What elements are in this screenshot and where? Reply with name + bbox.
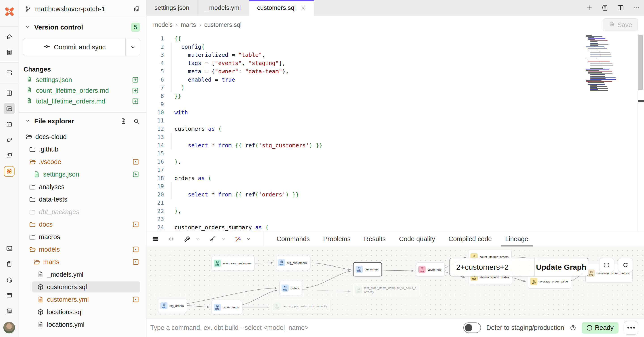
folder-open-icon [28,246,36,253]
chevron-down-icon[interactable] [244,231,253,247]
panel-tab-results[interactable]: Results [357,231,392,247]
help-icon[interactable] [570,324,576,331]
editor-tab-settings.json[interactable]: settings.json [146,0,198,16]
tree-item-.vscode[interactable]: .vscode [18,156,146,168]
changed-file-row[interactable]: count_lifetime_orders.md [18,85,146,96]
tree-item-customers.sql[interactable]: customers.sql [18,281,146,293]
lineage-node-test_supply_costs_sum_correctly[interactable]: TSTtest_supply_costs_sum_correctly [271,299,330,313]
lineage-node-order_items[interactable]: MDLorder_items [212,300,242,315]
command-input[interactable]: Type a command, ex. dbt build --select <… [150,324,308,332]
changed-file-row[interactable]: settings.json [18,74,146,85]
fullscreen-button[interactable] [599,258,614,272]
new-file-icon[interactable] [120,118,127,125]
commit-options-caret[interactable] [126,38,140,56]
breadcrumb-item-customers.sql[interactable]: customers.sql [204,21,242,28]
lineage-node-stg_orders[interactable]: MDLstg_orders [158,299,187,313]
tree-item-models[interactable]: models [18,243,146,256]
rail-item-windows-icon[interactable] [4,150,15,161]
refresh-graph-button[interactable] [618,258,633,272]
panel-tab-compiled-code[interactable]: Compiled code [442,231,498,247]
tree-item-docs-cloud[interactable]: docs-cloud [18,130,146,143]
new-tab-icon[interactable] [586,4,593,12]
panel-tab-problems[interactable]: Problems [316,231,357,247]
tree-item-customers.yml[interactable]: customers.yml [18,293,146,306]
more-options-icon[interactable] [632,4,640,12]
magic-wand-icon[interactable] [232,231,244,247]
code-line-2: 2 config( [146,43,644,51]
rail-item-code-window-icon[interactable] [4,103,15,114]
tree-item-.github[interactable]: .github [18,143,146,156]
tree-item-marts[interactable]: marts [18,256,146,268]
rail-item-headset-icon[interactable] [4,274,15,285]
user-avatar[interactable] [3,322,15,334]
tree-item-locations.sql[interactable]: locations.sql [18,306,146,318]
rail-item-journal-icon[interactable] [4,47,15,58]
code-editor[interactable]: 1{{2 config(3 materialized = "table",4 t… [146,34,644,231]
version-control-header[interactable]: Version control 5 [18,18,146,37]
tree-item-settings.json[interactable]: settings.json [18,168,146,181]
version-control-title: Version control [34,23,131,31]
panel-tab-commands[interactable]: Commands [270,231,316,247]
tree-item-docs[interactable]: docs [18,218,146,231]
lineage-node-ecom.raw_customers[interactable]: SRCecom.raw_customers [212,256,255,270]
branch-name[interactable]: matthewshaver-patch-1 [35,5,133,13]
tab-label: customers.sql [257,4,296,11]
rail-item-explore-search-icon[interactable] [4,134,15,145]
rail-item-grid-icon[interactable] [4,87,15,99]
tree-item-data-tests[interactable]: data-tests [18,193,146,206]
stage-file-icon[interactable] [132,87,139,94]
search-icon[interactable] [133,118,140,125]
chevron-down-icon[interactable] [218,231,228,247]
rail-item-drawer-icon[interactable] [4,67,15,78]
lineage-node-test_order_items_compute_to_bools_correctly[interactable]: TSTtest_order_items_compute_to_bools_cor… [353,283,420,297]
added-badge-icon [132,171,140,178]
tree-item-dbt_packages[interactable]: dbt_packages [18,206,146,218]
lineage-graph[interactable]: SRCecom.raw_customersMDLstg_customersMDL… [146,247,644,318]
panel-tab-lineage[interactable]: Lineage [498,231,535,247]
scrollbar-marker [638,100,644,102]
code-tag-icon[interactable] [166,231,177,247]
file-explorer-header[interactable]: File explorer [18,113,146,130]
stage-file-icon[interactable] [132,76,139,84]
results-table-icon[interactable] [150,231,162,247]
tree-item-_models.yml[interactable]: _models.yml [18,268,146,281]
breadcrumb-item-marts[interactable]: marts [181,21,196,28]
close-tab-icon[interactable] [301,5,306,10]
editor-tab-customers.sql[interactable]: customers.sql [249,0,314,16]
notebook-icon[interactable] [601,4,609,12]
save-button[interactable]: Save [603,18,638,31]
changed-file-row[interactable]: total_lifetime_orders.md [18,96,146,107]
rail-item-building-icon[interactable] [4,305,15,317]
lineage-node-customers[interactable]: SEMcustomers [416,262,444,277]
chevron-down-icon[interactable] [193,231,202,247]
rail-item-home-icon[interactable] [4,31,15,42]
editor-tab-_models.yml[interactable]: _models.yml [198,0,249,16]
tree-item-analyses[interactable]: analyses [18,181,146,193]
broom-icon[interactable] [206,231,218,247]
fusion-atom-icon[interactable] [4,166,14,177]
breadcrumb-item-models[interactable]: models [153,21,173,28]
lineage-node-customers[interactable]: MDLcustomers [353,262,382,277]
split-editor-icon[interactable] [617,4,624,12]
lineage-node-orders[interactable]: MDLorders [279,281,302,295]
update-graph-button[interactable]: Update Graph [534,258,588,276]
wrench-icon[interactable] [181,231,193,247]
copy-branch-icon[interactable] [133,5,140,12]
stage-file-icon[interactable] [132,97,139,105]
more-actions-button[interactable] [624,321,638,335]
lineage-selector-input[interactable]: 2+customers+2 [450,258,534,276]
rail-item-terminal-icon[interactable] [4,243,15,254]
panel-tab-code-quality[interactable]: Code quality [392,231,442,247]
tree-item-locations.yml[interactable]: locations.yml [18,318,146,331]
rail-item-clipboard-icon[interactable] [4,258,15,270]
defer-toggle[interactable] [463,323,481,333]
scrollbar-thumb[interactable] [638,35,643,90]
breadcrumb-row: models›marts›customers.sql Save [146,16,644,34]
tree-item-macros[interactable]: macros [18,231,146,243]
node-label: customers [428,268,442,271]
dbt-logo[interactable] [3,6,15,17]
lineage-node-stg_customers[interactable]: MDLstg_customers [276,256,310,270]
rail-item-preview-window-icon[interactable] [4,119,15,130]
commit-and-sync-button[interactable]: Commit and sync [23,38,140,56]
rail-item-browser-tabs-icon[interactable] [4,290,15,301]
